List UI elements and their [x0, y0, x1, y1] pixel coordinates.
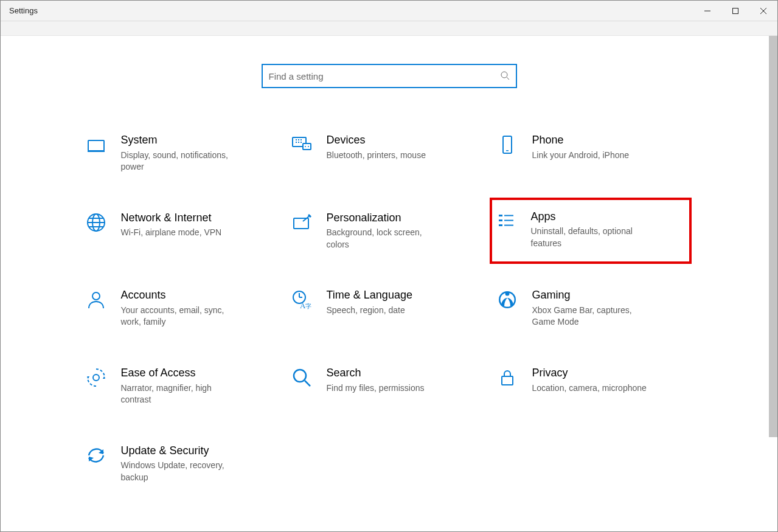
- minimize-icon: [704, 7, 711, 15]
- tile-text: DevicesBluetooth, printers, mouse: [327, 133, 426, 161]
- tile-desc: Find my files, permissions: [327, 382, 425, 395]
- tile-desc: Location, camera, microphone: [532, 382, 647, 395]
- tile-phone[interactable]: PhoneLink your Android, iPhone: [493, 131, 688, 176]
- tile-title: Accounts: [121, 288, 237, 302]
- search-icon: [500, 71, 510, 82]
- network-icon: [85, 211, 108, 234]
- tile-text: PrivacyLocation, camera, microphone: [532, 366, 647, 394]
- tile-network[interactable]: Network & InternetWi-Fi, airplane mode, …: [82, 209, 277, 254]
- tile-title: Phone: [532, 133, 630, 147]
- tile-text: GamingXbox Game Bar, captures, Game Mode: [532, 288, 648, 328]
- update-icon: [85, 444, 108, 467]
- scrollbar-thumb[interactable]: [769, 36, 777, 437]
- tile-title: Time & Language: [327, 288, 412, 302]
- tile-text: PhoneLink your Android, iPhone: [532, 133, 630, 161]
- tile-apps[interactable]: AppsUninstall, defaults, optional featur…: [490, 198, 692, 264]
- tile-desc: Your accounts, email, sync, work, family: [121, 305, 237, 328]
- tile-title: Privacy: [532, 366, 647, 380]
- tile-time-language[interactable]: Time & LanguageSpeech, region, date: [288, 286, 482, 331]
- window-controls: [693, 1, 777, 21]
- gaming-icon: [496, 288, 519, 311]
- tile-title: Personalization: [327, 211, 442, 225]
- tile-desc: Windows Update, recovery, backup: [121, 460, 237, 483]
- close-icon: [760, 7, 767, 15]
- svg-line-5: [507, 77, 509, 80]
- settings-grid: SystemDisplay, sound, notifications, pow…: [82, 131, 696, 486]
- tile-title: Search: [327, 366, 425, 380]
- tile-accounts[interactable]: AccountsYour accounts, email, sync, work…: [82, 286, 277, 331]
- tile-privacy[interactable]: PrivacyLocation, camera, microphone: [493, 364, 688, 409]
- close-button[interactable]: [749, 1, 777, 21]
- search-category-icon: [290, 366, 313, 389]
- scrollbar[interactable]: [769, 36, 777, 532]
- maximize-button[interactable]: [721, 1, 749, 21]
- tile-system[interactable]: SystemDisplay, sound, notifications, pow…: [82, 131, 277, 176]
- tile-text: AppsUninstall, defaults, optional featur…: [531, 210, 647, 250]
- tile-desc: Link your Android, iPhone: [532, 150, 630, 162]
- personalization-icon: [290, 211, 313, 234]
- tile-gaming[interactable]: GamingXbox Game Bar, captures, Game Mode: [493, 286, 688, 331]
- apps-icon: [495, 210, 518, 233]
- tile-desc: Background, lock screen, colors: [327, 227, 442, 250]
- tile-title: Ease of Access: [121, 366, 237, 380]
- svg-point-4: [501, 72, 507, 78]
- tile-title: Gaming: [532, 288, 648, 302]
- tile-desc: Speech, region, date: [327, 305, 412, 317]
- tile-text: SearchFind my files, permissions: [327, 366, 425, 394]
- phone-icon: [496, 133, 519, 156]
- tile-title: Network & Internet: [121, 211, 222, 225]
- ribbon-spacer: [1, 21, 777, 36]
- tile-title: Apps: [531, 210, 647, 224]
- tile-desc: Uninstall, defaults, optional features: [531, 226, 647, 249]
- tile-text: Ease of AccessNarrator, magnifier, high …: [121, 366, 237, 406]
- tile-desc: Xbox Game Bar, captures, Game Mode: [532, 305, 648, 328]
- window-title: Settings: [9, 6, 693, 15]
- tile-personalization[interactable]: PersonalizationBackground, lock screen, …: [288, 209, 482, 254]
- tile-update[interactable]: Update & SecurityWindows Update, recover…: [82, 441, 277, 486]
- accounts-icon: [85, 288, 108, 311]
- maximize-icon: [732, 7, 739, 15]
- tile-text: SystemDisplay, sound, notifications, pow…: [121, 133, 237, 173]
- search-bar[interactable]: [262, 64, 517, 88]
- minimize-button[interactable]: [693, 1, 721, 21]
- tile-ease-access[interactable]: Ease of AccessNarrator, magnifier, high …: [82, 364, 277, 409]
- tile-text: AccountsYour accounts, email, sync, work…: [121, 288, 237, 328]
- tile-title: Devices: [327, 133, 426, 147]
- system-icon: [85, 133, 108, 156]
- content: SystemDisplay, sound, notifications, pow…: [1, 36, 777, 532]
- tile-text: Update & SecurityWindows Update, recover…: [121, 444, 237, 484]
- devices-icon: [290, 133, 313, 156]
- svg-rect-1: [733, 8, 738, 13]
- privacy-icon: [496, 366, 519, 389]
- tile-title: System: [121, 133, 237, 147]
- tile-text: PersonalizationBackground, lock screen, …: [327, 211, 442, 251]
- search-input[interactable]: [269, 65, 500, 87]
- tile-text: Network & InternetWi-Fi, airplane mode, …: [121, 211, 222, 239]
- time-language-icon: [290, 288, 313, 311]
- tile-title: Update & Security: [121, 444, 237, 458]
- tile-desc: Wi-Fi, airplane mode, VPN: [121, 227, 222, 239]
- tile-desc: Display, sound, notifications, power: [121, 150, 237, 173]
- ease-of-access-icon: [85, 366, 108, 389]
- tile-search[interactable]: SearchFind my files, permissions: [288, 364, 482, 409]
- tile-text: Time & LanguageSpeech, region, date: [327, 288, 412, 316]
- tile-devices[interactable]: DevicesBluetooth, printers, mouse: [288, 131, 482, 176]
- tile-desc: Bluetooth, printers, mouse: [327, 150, 426, 162]
- titlebar: Settings: [1, 1, 777, 21]
- tile-desc: Narrator, magnifier, high contrast: [121, 382, 237, 406]
